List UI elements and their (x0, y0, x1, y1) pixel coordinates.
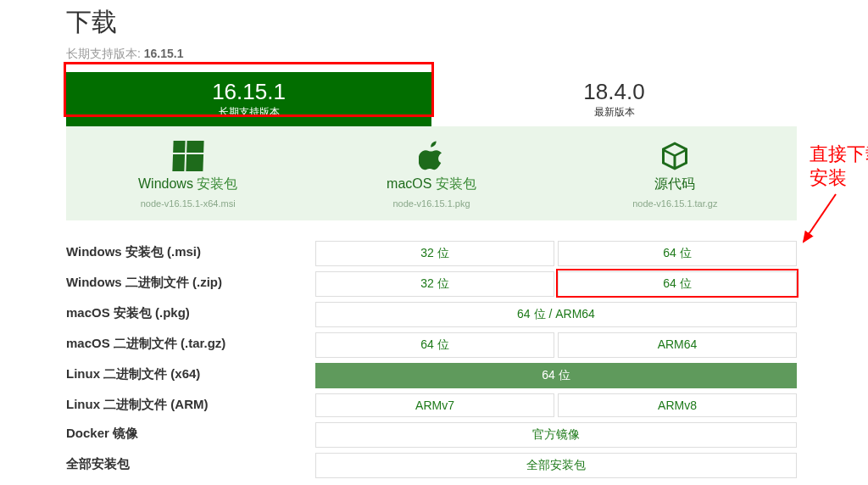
card-windows-file: node-v16.15.1-x64.msi (66, 198, 309, 209)
matrix-cells: 64 位 (315, 363, 797, 388)
matrix-cells: 32 位64 位 (315, 271, 797, 297)
matrix-row-name: Windows 二进制文件 (.zip) (66, 271, 315, 297)
matrix-row-name: Windows 安装包 (.msi) (66, 241, 315, 266)
matrix-row-name: macOS 二进制文件 (.tar.gz) (66, 332, 315, 358)
download-matrix: Windows 安装包 (.msi)32 位64 位Windows 二进制文件 … (66, 241, 797, 478)
download-cell[interactable]: ARMv8 (558, 393, 797, 417)
card-macos-label-b: 安装包 (436, 176, 476, 191)
card-windows[interactable]: Windows 安装包 node-v16.15.1-x64.msi (66, 138, 309, 209)
card-windows-label: Windows 安装包 (66, 176, 309, 193)
matrix-row-name: Linux 二进制文件 (ARM) (66, 393, 315, 417)
matrix-row-name: Linux 二进制文件 (x64) (66, 363, 315, 388)
lts-line: 长期支持版本: 16.15.1 (66, 47, 800, 62)
lts-version: 16.15.1 (144, 47, 184, 60)
matrix-row: Linux 二进制文件 (x64)64 位 (66, 363, 797, 388)
card-macos-label-a: macOS (387, 176, 436, 191)
download-cell[interactable]: ARM64 (558, 332, 797, 358)
download-cell[interactable]: 64 位 (558, 241, 797, 266)
download-cell[interactable]: 64 位 (558, 271, 797, 297)
download-cell[interactable]: 64 位 / ARM64 (315, 302, 797, 327)
windows-icon (66, 138, 309, 174)
download-cell[interactable]: 64 位 (315, 332, 554, 358)
matrix-row: macOS 二进制文件 (.tar.gz)64 位ARM64 (66, 332, 797, 358)
matrix-cells: 64 位ARM64 (315, 332, 797, 358)
matrix-cells: ARMv7ARMv8 (315, 393, 797, 417)
card-source-label: 源代码 (554, 176, 797, 193)
tab-latest-label: 最新版本 (435, 105, 793, 120)
card-source-label-a: 源代码 (654, 176, 695, 191)
matrix-cells: 官方镜像 (315, 422, 797, 448)
annotation-text: 直接下载 安装 (810, 142, 868, 189)
annotation-line1: 直接下载 (810, 142, 868, 166)
card-macos-label: macOS 安装包 (309, 176, 553, 193)
matrix-row: macOS 安装包 (.pkg)64 位 / ARM64 (66, 302, 797, 327)
download-cards: Windows 安装包 node-v16.15.1-x64.msi macOS … (66, 126, 797, 220)
version-tabs: 16.15.1 长期支持版本 18.4.0 最新版本 (66, 72, 797, 126)
card-source-file: node-v16.15.1.tar.gz (554, 198, 797, 209)
matrix-cells: 全部安装包 (315, 453, 797, 478)
card-macos[interactable]: macOS 安装包 node-v16.15.1.pkg (309, 138, 553, 209)
card-windows-label-b: 安装包 (197, 176, 237, 191)
download-cell[interactable]: 32 位 (315, 241, 554, 266)
matrix-row: 全部安装包全部安装包 (66, 453, 797, 478)
source-icon (554, 138, 797, 174)
matrix-row: Windows 安装包 (.msi)32 位64 位 (66, 241, 797, 266)
annotation-line2: 安装 (810, 166, 868, 190)
matrix-cells: 32 位64 位 (315, 241, 797, 266)
card-macos-file: node-v16.15.1.pkg (309, 198, 553, 209)
matrix-cells: 64 位 / ARM64 (315, 302, 797, 327)
download-cell[interactable]: 官方镜像 (315, 422, 797, 448)
matrix-row: Docker 镜像官方镜像 (66, 422, 797, 448)
download-cell[interactable]: ARMv7 (315, 393, 554, 417)
tab-latest[interactable]: 18.4.0 最新版本 (431, 72, 797, 126)
tab-lts[interactable]: 16.15.1 长期支持版本 (66, 72, 431, 126)
page-title: 下载 (66, 5, 800, 40)
download-cell[interactable]: 全部安装包 (315, 453, 797, 478)
download-cell[interactable]: 32 位 (315, 271, 554, 297)
tab-lts-label: 长期支持版本 (70, 105, 428, 120)
lts-prefix: 长期支持版本: (66, 47, 144, 60)
annotation-arrow-icon (797, 191, 848, 250)
card-windows-label-a: Windows (138, 176, 197, 191)
apple-icon (309, 138, 553, 174)
tab-lts-version: 16.15.1 (70, 81, 428, 103)
matrix-row: Windows 二进制文件 (.zip)32 位64 位 (66, 271, 797, 297)
matrix-row: Linux 二进制文件 (ARM)ARMv7ARMv8 (66, 393, 797, 417)
download-cell[interactable]: 64 位 (315, 363, 797, 388)
matrix-row-name: 全部安装包 (66, 453, 315, 478)
svg-line-0 (804, 194, 836, 242)
card-source[interactable]: 源代码 node-v16.15.1.tar.gz (554, 138, 797, 209)
matrix-row-name: Docker 镜像 (66, 422, 315, 448)
matrix-row-name: macOS 安装包 (.pkg) (66, 302, 315, 327)
tab-latest-version: 18.4.0 (435, 81, 793, 103)
